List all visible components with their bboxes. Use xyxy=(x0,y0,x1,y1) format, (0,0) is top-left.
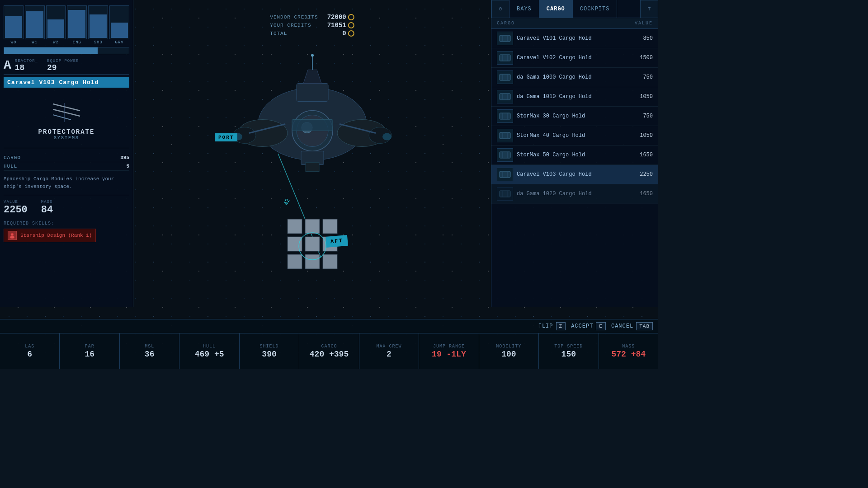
svg-rect-17 xyxy=(292,119,333,131)
bottom-stats-bar: FLIP Z ACCEPT E CANCEL TAB LAS6PAR16MSL3… xyxy=(0,319,658,369)
stat-col-label: CARGO xyxy=(321,344,337,349)
cargo-item-value: 850 xyxy=(630,35,653,42)
list-header: CARGO VALUE xyxy=(491,18,658,29)
col-cargo-label: CARGO xyxy=(497,21,515,26)
stat-col-label: SHIELD xyxy=(260,344,279,349)
manufacturer-name: PROTECTORATE xyxy=(38,128,95,136)
svg-rect-56 xyxy=(500,152,510,158)
stat-col-hull: HULL469 +5 xyxy=(179,333,239,369)
master-power-bar xyxy=(4,47,129,54)
cargo-stat-value: 395 xyxy=(120,155,129,160)
stat-col-label: HULL xyxy=(203,344,216,349)
stat-col-value: 390 xyxy=(262,350,276,359)
reactor-label: REACTOR_ xyxy=(15,59,38,63)
cargo-list-item[interactable]: da Gama 1010 Cargo Hold1050 xyxy=(491,87,658,107)
cargo-item-name: StorMax 40 Cargo Hold xyxy=(517,132,627,139)
hull-stat-label: HULL xyxy=(4,164,17,169)
svg-rect-28 xyxy=(288,254,302,269)
power-bar-fill xyxy=(68,10,85,38)
cargo-stat-row: CARGO 395 xyxy=(4,154,129,162)
cargo-list-item[interactable]: StorMax 30 Cargo Hold750 xyxy=(491,107,658,126)
total-label: TOTAL xyxy=(270,31,287,36)
power-bar-label: W0 xyxy=(11,40,17,45)
cancel-button[interactable]: CANCEL TAB xyxy=(611,322,653,330)
tab-zero[interactable]: 0 xyxy=(491,0,509,18)
cargo-list-item[interactable]: StorMax 40 Cargo Hold1050 xyxy=(491,126,658,145)
col-value-label: VALUE xyxy=(635,21,653,26)
accept-key: E xyxy=(596,322,606,330)
cargo-item-value: 1650 xyxy=(630,152,653,158)
cargo-item-name: da Gama 1000 Cargo Hold xyxy=(517,74,627,80)
cargo-list-item[interactable]: Caravel V103 Cargo Hold2250 xyxy=(491,165,658,184)
cargo-list-item[interactable]: da Gama 1000 Cargo Hold750 xyxy=(491,68,658,87)
vendor-credits-value: 72000 xyxy=(327,14,346,21)
cargo-item-value: 750 xyxy=(630,113,653,119)
svg-line-34 xyxy=(53,115,71,120)
power-bar-label: W2 xyxy=(53,40,59,45)
tab-cockpits[interactable]: COCKPITS xyxy=(573,0,618,18)
tab-bar: 0 BAYS CARGO COCKPITS T xyxy=(491,0,658,18)
power-bar-container xyxy=(67,5,87,39)
stats-row: LAS6PAR16MSL36HULL469 +5SHIELD390CARGO42… xyxy=(0,333,658,369)
tab-t[interactable]: T xyxy=(640,0,658,18)
tab-cargo[interactable]: CARGO xyxy=(539,0,573,18)
power-bar-label: GRV xyxy=(115,40,123,45)
svg-marker-11 xyxy=(303,70,321,83)
manufacturer-logo xyxy=(48,99,85,127)
svg-rect-10 xyxy=(297,83,328,101)
value-label: VALUE xyxy=(4,200,28,204)
cargo-list-item[interactable]: Caravel V102 Cargo Hold1500 xyxy=(491,48,658,68)
svg-rect-41 xyxy=(500,55,510,61)
power-bars-container: W0W1W2ENGSHDGRV xyxy=(4,5,129,45)
left-panel: W0W1W2ENGSHDGRV A REACTOR_ 18 EQUIP POWE… xyxy=(0,0,133,307)
power-bar-group-w1: W1 xyxy=(25,5,45,45)
power-bar-group-grv: GRV xyxy=(109,5,129,45)
vendor-credits-label: VENDOR CREDITS xyxy=(270,14,318,20)
power-bar-fill xyxy=(47,19,65,38)
cancel-key: TAB xyxy=(636,322,653,330)
stat-col-value: 16 xyxy=(85,350,94,359)
cargo-item-value: 1500 xyxy=(630,55,653,61)
cargo-list-item[interactable]: da Gama 1020 Cargo Hold1650 xyxy=(491,184,658,204)
cargo-item-value: 2250 xyxy=(630,171,653,178)
credits-display: VENDOR CREDITS 72000 YOUR CREDITS 71051 … xyxy=(270,14,354,38)
hull-stat-row: HULL 5 xyxy=(4,162,129,171)
skill-badge: Starship Design (Rank 1) xyxy=(4,229,96,242)
value-mass-row: VALUE 2250 MASS 84 xyxy=(4,200,129,216)
power-bar-fill xyxy=(90,14,107,38)
skill-icon xyxy=(8,231,17,240)
flip-key: Z xyxy=(556,322,566,330)
stat-col-shield: SHIELD390 xyxy=(240,333,299,369)
cargo-item-name: StorMax 30 Cargo Hold xyxy=(517,113,627,119)
cargo-item-value: 1050 xyxy=(630,132,653,139)
flip-button[interactable]: FLIP Z xyxy=(538,322,566,330)
cargo-list-item[interactable]: Caravel V101 Cargo Hold850 xyxy=(491,29,658,48)
equip-power-label: EQUIP POWER xyxy=(47,59,79,63)
cargo-list-item[interactable]: StorMax 50 Cargo Hold1650 xyxy=(491,145,658,165)
stat-col-mass: MASS572 +84 xyxy=(599,333,658,369)
svg-rect-23 xyxy=(305,219,320,234)
your-credits-value: 71051 xyxy=(327,22,346,29)
skill-name: Starship Design (Rank 1) xyxy=(20,233,92,238)
bottom-actions: FLIP Z ACCEPT E CANCEL TAB xyxy=(0,319,658,333)
cargo-item-icon xyxy=(497,90,513,103)
cargo-item-name: Caravel V102 Cargo Hold xyxy=(517,55,627,61)
reactor-section: A REACTOR_ 18 EQUIP POWER 29 xyxy=(4,57,129,75)
stat-col-value: 420 +395 xyxy=(310,350,349,359)
cargo-item-name: Caravel V103 Cargo Hold xyxy=(517,171,627,178)
svg-rect-29 xyxy=(305,254,320,269)
cargo-list[interactable]: Caravel V101 Cargo Hold850 Caravel V102 … xyxy=(491,29,658,296)
stat-col-par: PAR16 xyxy=(60,333,119,369)
svg-rect-47 xyxy=(500,94,510,100)
power-bar-container xyxy=(46,5,66,39)
power-bar-container xyxy=(4,5,24,39)
power-bar-fill xyxy=(111,23,128,38)
tab-bays[interactable]: BAYS xyxy=(509,0,539,18)
stat-col-label: LAS xyxy=(25,344,34,349)
reactor-value: 18 xyxy=(15,63,38,72)
ship-viewport: 42 xyxy=(133,0,491,319)
master-power-fill xyxy=(4,47,98,54)
accept-button[interactable]: ACCEPT E xyxy=(571,322,606,330)
cargo-item-icon xyxy=(497,168,513,181)
svg-rect-26 xyxy=(305,237,320,251)
